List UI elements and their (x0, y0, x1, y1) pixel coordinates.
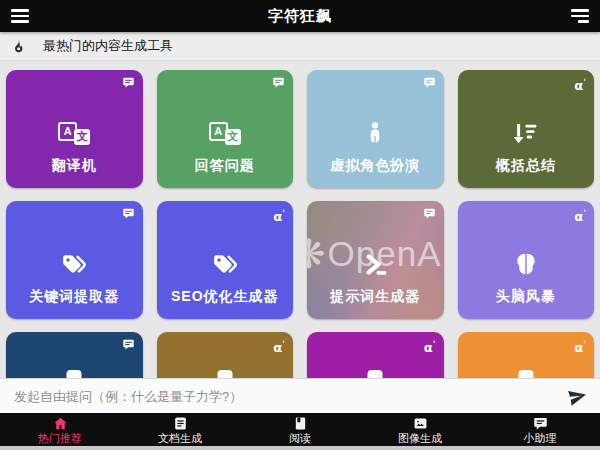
tool-card-label: 头脑风暴 (458, 288, 595, 306)
alpha-badge-icon: α (424, 338, 436, 354)
nav-item-label: 小助理 (524, 433, 557, 444)
app-window: 字符狂飙 最热门的内容生成工具 A文翻译机A文回答问题虚拟角色扮演α概括总结关键… (0, 0, 600, 450)
chat-badge-icon (423, 76, 436, 89)
alpha-badge-icon: α (273, 207, 285, 223)
hamburger-menu-icon[interactable] (11, 9, 31, 22)
alpha-badge-icon: α (574, 207, 586, 223)
tool-card-answer-questions[interactable]: A文回答问题 (157, 70, 294, 188)
tool-card-label: 提示词生成器 (307, 288, 444, 306)
nav-item-image[interactable]: 图像生成 (360, 413, 480, 446)
nav-item-read[interactable]: 阅读 (240, 413, 360, 446)
document-icon (173, 416, 188, 431)
chat-badge-icon (122, 338, 135, 351)
brain-icon (458, 249, 595, 279)
flame-icon (11, 38, 26, 55)
terminal-icon (307, 249, 444, 279)
tool-card-tool-11[interactable]: α (307, 332, 444, 378)
tool-card-seo-generator[interactable]: αSEO优化生成器 (157, 201, 294, 319)
send-icon[interactable] (565, 383, 590, 408)
alpha-badge-icon: α (574, 76, 586, 92)
image-icon (413, 416, 428, 431)
tool-card-label: 关键词提取器 (6, 288, 143, 306)
tool-card-label: 虚拟角色扮演 (307, 157, 444, 175)
bottom-strip (0, 446, 600, 450)
chat-badge-icon (423, 207, 436, 220)
chat-badge-icon (272, 76, 285, 89)
section-header: 最热门的内容生成工具 (0, 32, 600, 61)
nav-item-label: 文档生成 (158, 433, 202, 444)
tool-card-role-play[interactable]: 虚拟角色扮演 (307, 70, 444, 188)
section-title: 最热门的内容生成工具 (43, 37, 173, 55)
nav-item-label: 热门推荐 (38, 433, 82, 444)
translate-icon: A文 (157, 118, 294, 148)
tool-icon-partial (217, 370, 232, 378)
tool-card-tool-12[interactable]: α (458, 332, 595, 378)
chat-badge-icon (122, 207, 135, 220)
tool-card-prompt-generator[interactable]: ❋OpenAI提示词生成器 (307, 201, 444, 319)
alpha-badge-icon: α (574, 338, 586, 354)
tool-icon-partial (368, 370, 383, 378)
nav-item-doc[interactable]: 文档生成 (120, 413, 240, 446)
sort-menu-icon[interactable] (569, 9, 589, 22)
tool-icon-partial (518, 370, 533, 378)
nav-item-hot[interactable]: 热门推荐 (0, 413, 120, 446)
tool-card-label: 概括总结 (458, 157, 595, 175)
tags-icon (6, 249, 143, 279)
tool-card-brainstorm[interactable]: α头脑风暴 (458, 201, 595, 319)
tool-card-label: 回答问题 (157, 157, 294, 175)
chat-badge-icon (122, 76, 135, 89)
tool-icon-partial (67, 370, 82, 378)
top-bar: 字符狂飙 (0, 0, 600, 32)
tool-card-tool-10[interactable]: α (157, 332, 294, 378)
tool-card-summarize[interactable]: α概括总结 (458, 70, 595, 188)
tool-card-label: SEO优化生成器 (157, 288, 294, 306)
chat-icon (533, 416, 548, 431)
summarize-icon (458, 118, 595, 148)
person-icon (307, 118, 444, 148)
bottom-nav: 热门推荐文档生成阅读图像生成小助理 (0, 413, 600, 446)
ask-input[interactable] (12, 388, 559, 405)
tags-icon (157, 249, 294, 279)
translate-icon: A文 (6, 118, 143, 148)
book-icon (293, 416, 308, 431)
ask-bar (0, 378, 600, 413)
tool-card-translator[interactable]: A文翻译机 (6, 70, 143, 188)
nav-item-assistant[interactable]: 小助理 (480, 413, 600, 446)
alpha-badge-icon: α (273, 338, 285, 354)
nav-item-label: 图像生成 (398, 433, 442, 444)
tool-card-tool-9[interactable] (6, 332, 143, 378)
nav-item-label: 阅读 (289, 433, 311, 444)
home-icon (53, 416, 68, 431)
tool-card-label: 翻译机 (6, 157, 143, 175)
tool-card-keyword-extractor[interactable]: 关键词提取器 (6, 201, 143, 319)
tools-grid: A文翻译机A文回答问题虚拟角色扮演α概括总结关键词提取器αSEO优化生成器❋Op… (0, 60, 600, 378)
app-title: 字符狂飙 (268, 7, 332, 26)
